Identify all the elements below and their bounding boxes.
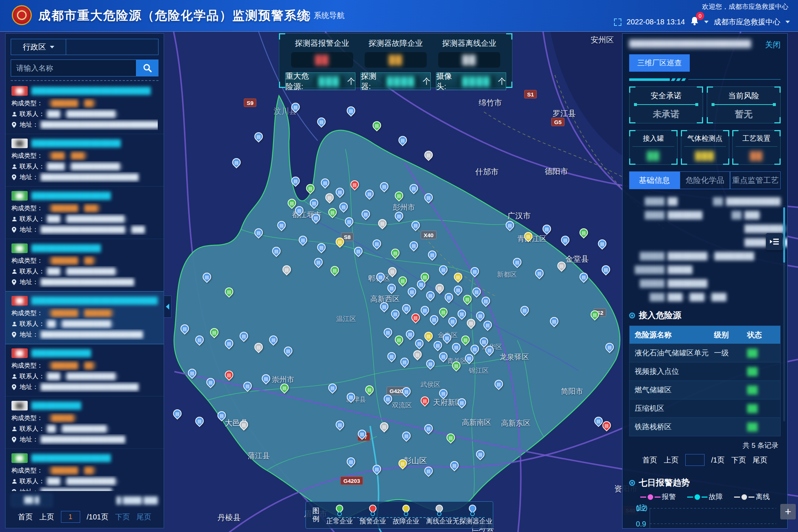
building-icon: ▤ — [396, 336, 403, 343]
company-name: ██████████████ — [31, 244, 101, 252]
pagination-first[interactable]: 首页 — [18, 512, 33, 522]
search-input[interactable] — [11, 59, 136, 76]
company-address-row: 地址：██████████████████████ — [11, 172, 158, 183]
building-icon: ▤ — [484, 321, 491, 328]
hazard-records-count: 共 5 条记录 — [629, 441, 781, 450]
table-row[interactable]: 铁路栈桥区██ — [630, 417, 780, 436]
map-zoom-in-button[interactable]: + — [780, 504, 796, 519]
trend-legend-item: 报警 — [640, 492, 676, 502]
scrollbar-thumb[interactable] — [783, 207, 785, 263]
search-row — [11, 59, 158, 76]
info-field: ███████████ — [629, 208, 702, 249]
system-nav-button[interactable]: 系统导航 — [302, 10, 345, 21]
table-row[interactable]: 视频接入点位██ — [630, 362, 780, 381]
building-icon: ▤ — [471, 268, 478, 275]
company-list-item[interactable]: ████████████构成类型：【█████】联系人：██（█████████… — [6, 396, 164, 449]
pagination-prev[interactable]: 上页 — [40, 512, 54, 522]
legend-dot-icon — [337, 512, 342, 516]
location-pin-icon — [11, 332, 17, 338]
tab-active[interactable]: 基础信息 — [629, 171, 680, 189]
company-list-item[interactable]: ██████████████构成类型：【██████－██】联系人：███（██… — [6, 344, 164, 396]
building-icon: ▤ — [466, 355, 473, 362]
building-icon: ▤ — [379, 220, 386, 227]
company-name: ████████████ — [31, 349, 91, 357]
building-icon: ▤ — [348, 107, 355, 114]
table-row[interactable]: 压缩机区██ — [630, 399, 780, 417]
info-field: ██████ — [629, 194, 684, 208]
search-icon — [143, 63, 152, 73]
totals-counters: 重大危险源:███个探测器:████个摄像头:████个 — [285, 72, 506, 90]
company-item-header: ██████████████ — [11, 348, 158, 358]
building-icon: ▤ — [337, 421, 344, 428]
search-button[interactable] — [136, 59, 158, 76]
location-pin-icon — [11, 227, 17, 233]
building-icon: ▤ — [346, 218, 353, 225]
collapse-list-button[interactable] — [766, 233, 783, 250]
masked-value: ██ — [389, 55, 403, 65]
building-icon: ▤ — [455, 286, 462, 293]
trend-section-title: 七日报警趋势 — [639, 477, 690, 488]
building-icon: ▤ — [446, 294, 453, 301]
pagination-first[interactable]: 首页 — [642, 455, 657, 465]
notification-bell-button[interactable]: 0 — [690, 16, 699, 28]
status-masked: ██ — [747, 386, 757, 394]
pagination-page-input[interactable] — [61, 511, 80, 523]
building-icon: ▤ — [318, 118, 325, 125]
building-icon: ▤ — [434, 342, 441, 349]
pagination-next[interactable]: 下页 — [731, 455, 746, 465]
building-icon: ▤ — [331, 267, 338, 274]
company-list-item[interactable]: █████████████████████████████构成类型：【█████… — [6, 291, 164, 344]
building-icon: ▤ — [233, 159, 240, 166]
pagination-next[interactable]: 下页 — [115, 512, 130, 522]
building-icon: ▤ — [458, 310, 466, 317]
company-list-item[interactable]: ██████████████████构成类型：【██████－███】联系人：█… — [6, 187, 164, 239]
3d-plant-patrol-button[interactable]: 三维厂区巡查 — [629, 54, 690, 72]
company-list-item[interactable]: ████████████████构成类型：【██████－██】联系人：███（… — [6, 239, 164, 291]
building-icon: ▤ — [514, 259, 521, 266]
company-list-item[interactable]: ██████████████████构成类型：【██████－██】联系人：██… — [6, 449, 164, 491]
table-row[interactable]: 燃气储罐区██ — [630, 381, 780, 399]
hazard-table-header: 危险源名称级别状态 — [630, 326, 780, 344]
status-badge: ██ — [11, 401, 28, 410]
company-contact-row: 联系人：██（██████████） — [11, 423, 158, 434]
tab-inactive[interactable]: 重点监管工艺 — [730, 171, 781, 189]
person-icon — [11, 478, 17, 484]
building-icon: ▤ — [473, 288, 480, 295]
fullscreen-icon[interactable] — [614, 18, 621, 26]
page-size-select[interactable]: ██ █ — [11, 494, 52, 507]
building-icon: ▤ — [410, 185, 417, 192]
info-field: █████████████－████████ — [629, 249, 781, 263]
counter-label: 重大危险源: — [286, 71, 311, 92]
legend-dot-icon — [371, 512, 375, 516]
detector-stat: 探测器离线企业██ — [433, 37, 506, 68]
tab-inactive[interactable]: 危险化学品 — [680, 171, 730, 189]
grid-nav-icon — [302, 12, 310, 20]
info-field: █████████████ — [688, 194, 781, 208]
building-icon: ▤ — [366, 190, 373, 197]
detector-stat-value: ██ — [438, 52, 500, 68]
company-list-item[interactable]: ████████████████████构成类型：【███－███】联系人：██… — [6, 134, 164, 187]
panel-scrollbar[interactable] — [783, 207, 785, 422]
current-user-button[interactable]: 成都市应急救援中心 — [714, 17, 780, 27]
indent-list-icon — [770, 238, 779, 246]
table-row[interactable]: 液化石油气储罐区单元一级██ — [630, 344, 780, 362]
region-filter-value-box[interactable] — [66, 39, 158, 55]
hazard-section-title: 接入危险源 — [639, 310, 681, 321]
building-icon: ▤ — [329, 209, 336, 216]
legend-dot-icon — [437, 512, 441, 516]
pagination-last[interactable]: 尾页 — [136, 512, 151, 522]
pagination-page-input[interactable] — [685, 454, 705, 466]
building-icon: ▤ — [366, 386, 373, 393]
close-button[interactable]: 关闭 — [765, 40, 781, 50]
pagination-last[interactable]: 尾页 — [753, 455, 767, 465]
region-filter-dropdown[interactable]: 行政区 — [11, 39, 66, 55]
legend-title: 图例 — [310, 507, 321, 523]
pagination-prev[interactable]: 上页 — [664, 455, 679, 465]
equipment-stat-value: ██ — [733, 151, 780, 161]
building-icon: ▤ — [348, 393, 355, 400]
building-icon: ▤ — [385, 395, 392, 402]
company-list-item[interactable]: ██████████████████████████构成类型：【██████－█… — [6, 82, 164, 134]
sidebar-collapse-handle[interactable] — [164, 296, 171, 318]
building-icon: ▤ — [425, 194, 432, 201]
legend-item: 预警企业 — [357, 505, 389, 526]
